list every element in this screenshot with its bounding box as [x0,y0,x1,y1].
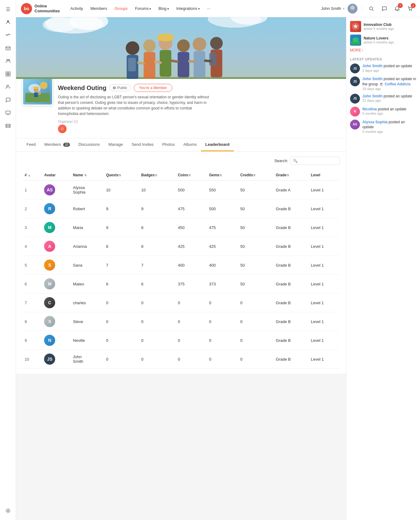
nav-integrations[interactable]: Integrations [173,4,203,13]
avatar-cell: A [42,237,70,256]
update-user-link[interactable]: John Smith [362,94,382,98]
group-tabs: Feed Members 10 Discussions Manage Send … [16,138,346,152]
nav-groups[interactable]: Groups [112,4,131,13]
nav-blog[interactable]: Blog [155,4,172,13]
content-area: Weekend Outing Public You're a Member Ou… [16,17,420,520]
rank-cell: 1 [22,181,42,199]
organizer-avatar[interactable]: O [58,125,67,133]
col-rank[interactable]: # ▲ [22,170,42,181]
coins-cell: 0 [175,331,206,350]
right-sidebar: Innovation Club active 5 months ago Natu… [346,17,420,520]
chat-button[interactable] [379,4,389,14]
brand-logo[interactable]: bo Online Communities [21,3,60,14]
group-details: Weekend Outing Public You're a Member Ou… [58,84,340,133]
svg-rect-56 [34,92,38,97]
monitor-icon[interactable] [2,107,14,118]
innovation-club-image [350,21,361,32]
organizer-section: Organizer (1) O [58,120,340,133]
coins-cell: 475 [175,199,206,218]
update-user-link[interactable]: Nicolina [362,107,377,111]
svg-rect-33 [144,52,155,79]
tab-manage[interactable]: Manage [104,138,127,151]
grid-icon[interactable] [2,68,14,80]
svg-rect-6 [6,74,8,76]
navbar-right: John Smith ▾ 7 2 [321,4,415,14]
svg-point-41 [210,37,223,50]
navbar: bo Online Communities Activity Members G… [16,0,420,17]
update-user-link[interactable]: John Smith [362,77,382,81]
updates-title: LATEST UPDATES [350,57,416,61]
gems-cell: 0 [206,293,238,312]
col-badges[interactable]: Badges⇅ [139,170,175,181]
tab-discussions[interactable]: Discussions [74,138,104,151]
update-text: John Smith posted an update [362,94,412,99]
gems-cell: 0 [206,350,238,369]
search-button[interactable] [366,4,376,14]
col-credits[interactable]: Credits⇅ [238,170,273,181]
name-cell: charles [71,293,104,312]
tab-albums[interactable]: Albums [179,138,201,151]
svg-line-49 [205,61,210,61]
update-avatar: JS [350,76,360,86]
user-avatar[interactable] [348,4,357,14]
update-user-link[interactable]: Alyssa Sophia [362,120,388,124]
leaderboard-section: Search: 🔍 # ▲ Avatar Name ⇅ Quests⇅ Bad [16,152,346,374]
col-gems[interactable]: Gems⇅ [206,170,238,181]
col-quests[interactable]: Quests⇅ [104,170,139,181]
svg-rect-7 [8,74,10,76]
update-avatar: JS [350,94,360,104]
activity-icon[interactable] [2,30,14,41]
credits-cell: 50 [238,199,273,218]
nav-members[interactable]: Members [88,4,110,13]
admin-icon[interactable] [2,505,14,516]
nav-activity[interactable]: Activity [67,4,86,13]
table-row: 5 S Sana 7 7 400 400 50 Grade B Level 1 [22,256,340,275]
nature-lovers-name: Nature Lovers [364,36,416,40]
search-input[interactable] [291,157,340,165]
groups-icon[interactable] [2,55,14,67]
update-content: Alyssa Sophia posted an update 5 months … [362,120,416,134]
tab-photos[interactable]: Photos [158,138,179,151]
avatar-cell: R [42,199,70,218]
more-groups-button[interactable]: MORE › [350,48,416,52]
col-name[interactable]: Name ⇅ [71,170,104,181]
email-icon[interactable] [2,120,14,131]
hamburger-icon[interactable]: ☰ [2,4,14,15]
quests-cell: 8 [104,237,139,256]
user-manage-icon[interactable] [2,81,14,92]
svg-point-32 [143,39,156,52]
main-content: Weekend Outing Public You're a Member Ou… [16,17,346,520]
coins-cell: 0 [175,312,206,331]
col-avatar: Avatar [42,170,70,181]
inbox-icon[interactable] [2,43,14,54]
tab-feed[interactable]: Feed [22,138,40,151]
avatar-cell: S [42,312,70,331]
tab-members[interactable]: Members 10 [40,138,74,151]
nav-forums[interactable]: Forums [132,4,154,13]
level-cell: Level 1 [308,275,340,293]
update-item: JS John Smith posted an update 2 days ag… [350,63,416,73]
notifications-button[interactable]: 7 [392,4,402,14]
nav-more[interactable]: ··· [204,4,214,13]
cart-button[interactable]: 2 [405,4,415,14]
user-menu[interactable]: John Smith ▾ [321,6,345,11]
member-button[interactable]: You're a Member [134,84,172,92]
col-grade[interactable]: Grade⇅ [273,170,308,181]
tab-leaderboard[interactable]: Leaderboard [201,138,234,151]
divider [362,5,362,12]
grade-cell: Grade A [273,181,308,199]
coins-cell: 0 [175,293,206,312]
svg-rect-5 [8,72,10,74]
chat-icon[interactable] [2,94,14,105]
table-row: 8 S Steve 0 0 0 0 0 Grade B Level 1 [22,312,340,331]
update-user-link[interactable]: John Smith [362,64,382,68]
update-avatar: JS [350,63,360,73]
tab-send-invites[interactable]: Send Invites [127,138,158,151]
badges-cell: 6 [139,275,175,293]
col-coins[interactable]: Coins⇅ [175,170,206,181]
svg-point-55 [33,87,39,89]
rank-cell: 9 [22,331,42,350]
profile-icon[interactable] [2,17,14,28]
svg-rect-43 [128,58,136,72]
update-item: AS Alyssa Sophia posted an update 5 mont… [350,120,416,134]
